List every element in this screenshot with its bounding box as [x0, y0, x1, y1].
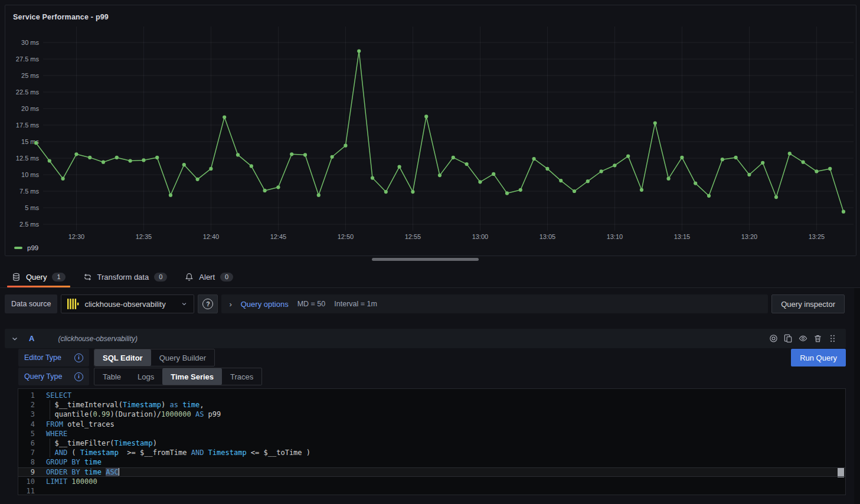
svg-text:12:55: 12:55	[405, 233, 421, 240]
code-line-content: quantile(0.99)(Duration)/1000000 AS p99	[46, 410, 221, 419]
line-number: 4	[18, 420, 46, 429]
field-label-text: Editor Type	[24, 354, 61, 362]
radio-option-sql-editor[interactable]: SQL Editor	[94, 349, 151, 366]
radio-option-query-builder[interactable]: Query Builder	[151, 349, 214, 366]
info-icon[interactable]: i	[74, 354, 83, 362]
panel-title[interactable]: Service Performance - p99	[13, 13, 109, 21]
code-line-3[interactable]: 3 quantile(0.99)(Duration)/1000000 AS p9…	[18, 410, 845, 419]
query-row-header: A (clickhouse-observability)	[5, 329, 846, 348]
query-type-row: Query Type i TableLogsTime SeriesTraces	[18, 368, 262, 385]
duplicate-query-icon[interactable]	[781, 331, 796, 346]
code-line-10[interactable]: 10LIMIT 100000	[18, 477, 845, 486]
query-datasource-note: (clickhouse-observability)	[58, 335, 138, 343]
svg-text:13:10: 13:10	[607, 233, 623, 240]
svg-text:13:20: 13:20	[741, 233, 758, 240]
chevron-right-icon[interactable]: ›	[229, 300, 231, 309]
delete-query-trash-icon[interactable]	[810, 331, 825, 346]
code-line-4[interactable]: 4FROM otel_traces	[18, 420, 845, 429]
tab-query-count-badge: 1	[52, 273, 65, 282]
line-number: 9	[18, 467, 46, 477]
datasource-label: Data source	[5, 294, 57, 313]
radio-option-traces[interactable]: Traces	[222, 368, 261, 385]
svg-text:13:05: 13:05	[539, 233, 556, 240]
clickhouse-logo-icon	[67, 299, 79, 309]
query-type-radio-group: TableLogsTime SeriesTraces	[94, 368, 262, 385]
query-options-bar: › Query options MD = 50 Interval = 1m	[221, 294, 768, 313]
code-line-5[interactable]: 5WHERE	[18, 429, 845, 438]
svg-text:13:00: 13:00	[472, 233, 489, 240]
radio-option-table[interactable]: Table	[94, 368, 129, 385]
datasource-picker-value: clickhouse-observability	[84, 300, 165, 309]
datasource-picker[interactable]: clickhouse-observability	[61, 294, 194, 313]
code-line-content: FROM otel_traces	[46, 420, 115, 429]
text-cursor	[119, 468, 120, 476]
svg-text:17.5 ms: 17.5 ms	[16, 122, 40, 129]
info-icon[interactable]: i	[74, 372, 83, 381]
svg-text:5 ms: 5 ms	[25, 204, 39, 211]
radio-option-time-series[interactable]: Time Series	[162, 368, 222, 385]
code-line-6[interactable]: 6 $__timeFilter(Timestamp)	[18, 438, 845, 448]
code-line-8[interactable]: 8GROUP BY time	[18, 457, 845, 467]
svg-text:30 ms: 30 ms	[21, 39, 39, 46]
code-line-content: AND ( Timestamp >= $__fromTime AND Times…	[46, 448, 310, 457]
pane-resize-handle[interactable]	[372, 258, 479, 261]
scrollbar-track[interactable]	[854, 288, 860, 504]
bell-icon	[185, 273, 194, 282]
collapse-chevron-icon[interactable]	[11, 335, 19, 343]
datasource-row: Data source clickhouse-observability ? ›…	[5, 294, 845, 313]
svg-text:12:40: 12:40	[203, 233, 220, 240]
svg-text:22.5 ms: 22.5 ms	[16, 89, 40, 96]
line-number: 10	[18, 477, 46, 486]
svg-text:12:50: 12:50	[338, 233, 354, 240]
svg-text:27.5 ms: 27.5 ms	[16, 55, 40, 63]
database-icon	[12, 273, 21, 282]
code-line-content: $__timeInterval(Timestamp) as time,	[46, 400, 204, 410]
svg-text:12:30: 12:30	[68, 233, 85, 240]
code-line-content: $__timeFilter(Timestamp)	[46, 438, 157, 448]
query-type-label: Query Type i	[18, 368, 89, 385]
datasource-help-button[interactable]: ?	[198, 294, 218, 313]
code-line-9[interactable]: 9ORDER BY time ASC	[18, 467, 845, 477]
query-ref-id[interactable]: A	[29, 334, 34, 343]
editor-type-row: Editor Type i SQL EditorQuery Builder	[18, 349, 215, 366]
query-options-toggle[interactable]: Query options	[241, 300, 289, 309]
drag-handle-grip-icon[interactable]	[825, 331, 840, 346]
tab-label: Query	[26, 273, 47, 282]
grafana-panel-edit-page: Service Performance - p99 30 ms27.5 ms25…	[0, 0, 860, 504]
radio-option-logs[interactable]: Logs	[129, 368, 162, 385]
run-query-button[interactable]: Run Query	[791, 349, 846, 366]
legend-series-swatch	[14, 247, 22, 249]
editor-type-label: Editor Type i	[18, 349, 89, 366]
max-data-points-value: MD = 50	[297, 300, 326, 308]
tab-alert[interactable]: Alert 0	[179, 267, 239, 287]
timeseries-panel: Service Performance - p99 30 ms27.5 ms25…	[5, 5, 856, 256]
tab-query[interactable]: Query 1	[6, 267, 71, 287]
chevron-down-icon	[181, 300, 188, 307]
svg-text:12.5 ms: 12.5 ms	[16, 155, 40, 162]
code-line-2[interactable]: 2 $__timeInterval(Timestamp) as time,	[18, 400, 845, 410]
timeseries-chart[interactable]: 30 ms27.5 ms25 ms22.5 ms20 ms17.5 ms15 m…	[5, 5, 855, 254]
tab-label: Alert	[199, 273, 215, 282]
record-circle-icon[interactable]	[766, 331, 781, 346]
sql-code-editor[interactable]: 1SELECT2 $__timeInterval(Timestamp) as t…	[18, 388, 846, 495]
svg-text:25 ms: 25 ms	[21, 72, 39, 79]
svg-text:7.5 ms: 7.5 ms	[19, 188, 40, 195]
interval-value: Interval = 1m	[334, 300, 377, 308]
code-line-7[interactable]: 7 AND ( Timestamp >= $__fromTime AND Tim…	[18, 448, 845, 457]
tab-transform-count-badge: 0	[154, 273, 167, 282]
line-number: 11	[18, 486, 46, 495]
svg-text:13:15: 13:15	[674, 233, 691, 240]
tab-transform-data[interactable]: Transform data 0	[77, 267, 174, 287]
legend-series-label[interactable]: p99	[27, 244, 38, 251]
query-inspector-button[interactable]: Query inspector	[771, 294, 845, 313]
line-number: 3	[18, 410, 46, 419]
code-line-1[interactable]: 1SELECT	[18, 391, 845, 400]
chart-legend: p99	[14, 244, 38, 251]
code-line-content: GROUP BY time	[46, 457, 102, 467]
hide-query-eye-icon[interactable]	[796, 331, 810, 346]
transform-icon	[83, 273, 92, 282]
tab-alert-count-badge: 0	[220, 273, 233, 282]
code-line-11[interactable]: 11	[18, 486, 845, 495]
code-line-content: LIMIT 100000	[46, 477, 97, 486]
svg-text:12:45: 12:45	[270, 233, 287, 240]
